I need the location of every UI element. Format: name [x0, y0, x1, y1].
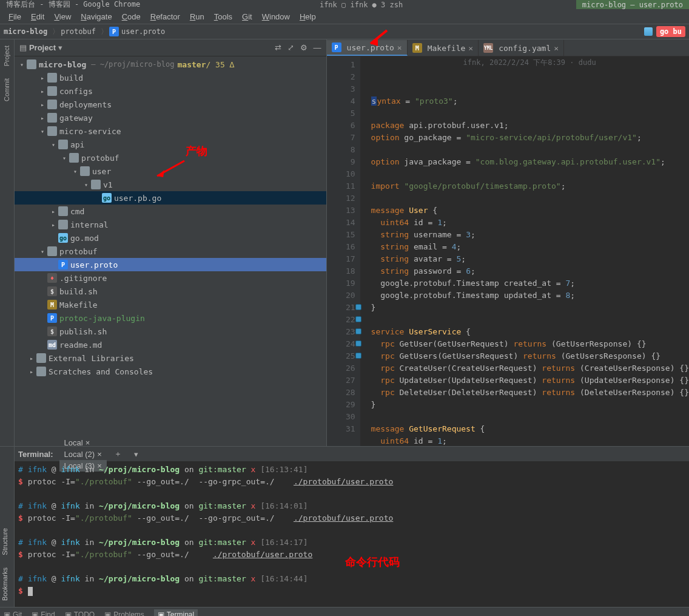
- git-icon: ▣: [4, 611, 10, 617]
- chevron-down-icon[interactable]: ▾: [58, 43, 62, 52]
- editor-tab-makefile[interactable]: MMakefile×: [408, 40, 479, 56]
- tree-item-user[interactable]: ▾user: [15, 164, 326, 178]
- tree-item-scratches-and-consoles[interactable]: ▸Scratches and Consoles: [15, 365, 326, 378]
- close-icon[interactable]: ×: [554, 44, 559, 53]
- terminal-icon: ▣: [158, 611, 164, 617]
- select-opened-file-icon[interactable]: ⇄: [275, 43, 281, 52]
- project-pane-title[interactable]: Project: [29, 43, 56, 52]
- breadcrumb-folder[interactable]: protobuf: [61, 27, 96, 36]
- toolwindow-problems-button[interactable]: ▣ Problems: [104, 611, 144, 617]
- tree-item-makefile[interactable]: MMakefile: [15, 298, 326, 311]
- gear-icon[interactable]: ⚙: [300, 43, 308, 52]
- tree-item-cmd[interactable]: ▸cmd: [15, 205, 326, 218]
- tool-project-tab[interactable]: Project: [2, 39, 12, 72]
- tree-item-micro-service[interactable]: ▾micro-service: [15, 124, 326, 138]
- terminal-tab-1[interactable]: Local (2) ×: [59, 448, 107, 460]
- file-icon: [91, 180, 101, 189]
- toolwindow-terminal-button[interactable]: ▣ Terminal: [154, 609, 198, 617]
- tree-item-user-proto[interactable]: Puser.proto: [15, 258, 326, 271]
- menu-navigate[interactable]: Navigate: [76, 11, 116, 22]
- tree-item-protobuf[interactable]: ▾protobuf: [15, 245, 326, 258]
- toolwindow-git-button[interactable]: ▣ Git: [4, 611, 22, 617]
- terminal-output[interactable]: # ifnk @ ifnk in ~/proj/micro-blog on gi…: [15, 461, 689, 607]
- close-icon[interactable]: ×: [468, 44, 473, 53]
- file-icon: M: [47, 300, 57, 310]
- titlebar-center: ifnk ▢ ifnk ● 3 zsh: [146, 0, 576, 9]
- tree-item-user-pb-go[interactable]: gouser.pb.go: [15, 191, 326, 205]
- window-titlebar: 博客后台 - 博客园 - Google Chrome ifnk ▢ ifnk ●…: [0, 0, 689, 9]
- left-tool-strip-bottom: Bookmarks Structure: [0, 447, 15, 607]
- tree-item-readme-md[interactable]: mdreadme.md: [15, 338, 326, 351]
- menu-tools[interactable]: Tools: [209, 11, 237, 22]
- file-icon: [36, 367, 46, 376]
- tree-item-publish-sh[interactable]: $publish.sh: [15, 325, 326, 338]
- hide-icon[interactable]: —: [314, 43, 321, 52]
- menu-run[interactable]: Run: [185, 11, 209, 22]
- file-icon: $: [47, 286, 57, 296]
- file-icon: $: [47, 327, 57, 336]
- editor-code-body[interactable]: ifnk, 2022/2/24 下午8:39 · dudu syntax = "…: [360, 56, 689, 446]
- terminal-tool-window: Bookmarks Structure Terminal: Local ×Loc…: [0, 446, 689, 607]
- tool-structure-tab[interactable]: Structure: [0, 522, 14, 561]
- tree-root[interactable]: ▾micro-blog – ~/proj/micro-blog master /…: [15, 58, 326, 71]
- navigation-bar: micro-blog 〉 protobuf 〉 P user.proto go …: [0, 24, 689, 39]
- chevron-right-icon: 〉: [101, 27, 108, 37]
- tool-bookmarks-tab[interactable]: Bookmarks: [0, 561, 14, 607]
- menu-help[interactable]: Help: [295, 11, 321, 22]
- terminal-tabs: Terminal: Local ×Local (2) ×Local (3) × …: [15, 447, 689, 461]
- file-icon: [69, 153, 79, 163]
- tree-item--gitignore[interactable]: ♦.gitignore: [15, 271, 326, 285]
- editor-gutter[interactable]: 1234567891011121314151617181920212223242…: [327, 56, 360, 446]
- menu-window[interactable]: Window: [257, 11, 295, 22]
- menu-code[interactable]: Code: [117, 11, 146, 22]
- toolwindow-todo-button[interactable]: ▣ TODO: [65, 611, 95, 617]
- left-tool-strip: Project Commit: [0, 39, 15, 446]
- terminal-tab-0[interactable]: Local ×: [59, 437, 107, 448]
- tree-item-api[interactable]: ▾api: [15, 138, 326, 151]
- file-icon: go: [58, 233, 68, 243]
- find-icon: ▣: [32, 611, 38, 617]
- close-icon[interactable]: ×: [397, 43, 402, 52]
- editor-tab-user-proto[interactable]: Puser.proto×: [327, 40, 408, 56]
- close-icon[interactable]: ×: [97, 450, 102, 459]
- file-icon: M: [412, 43, 422, 53]
- editor-area: Puser.proto×MMakefile×YMLconfig.yaml× 12…: [327, 39, 689, 446]
- terminal-new-tab-button[interactable]: ＋: [109, 447, 127, 461]
- file-icon: P: [58, 260, 68, 269]
- tree-item-go-mod[interactable]: gogo.mod: [15, 231, 326, 245]
- go-build-button[interactable]: go bu: [656, 26, 685, 37]
- menu-git[interactable]: Git: [237, 11, 257, 22]
- file-icon: [36, 353, 46, 363]
- file-icon: [47, 126, 57, 136]
- menu-refactor[interactable]: Refactor: [146, 11, 185, 22]
- menu-view[interactable]: View: [49, 11, 76, 22]
- menu-file[interactable]: File: [4, 11, 26, 22]
- breadcrumb-root[interactable]: micro-blog: [4, 27, 47, 36]
- tree-item-gateway[interactable]: ▸gateway: [15, 111, 326, 124]
- menu-bar: FileEditViewNavigateCodeRefactorRunTools…: [0, 9, 689, 24]
- tool-commit-tab[interactable]: Commit: [2, 72, 12, 107]
- tree-item-external-libraries[interactable]: ▸External Libraries: [15, 351, 326, 365]
- titlebar-left-tab[interactable]: 博客后台 - 博客园 - Google Chrome: [0, 0, 146, 9]
- toolwindow-find-button[interactable]: ▣ Find: [32, 611, 55, 617]
- breadcrumb-file[interactable]: user.proto: [121, 27, 165, 36]
- project-tree[interactable]: ▾micro-blog – ~/proj/micro-blog master /…: [15, 56, 326, 446]
- chevron-down-icon[interactable]: ▾: [129, 448, 143, 460]
- tree-item-protoc-java-plugin[interactable]: Pprotoc-java-plugin: [15, 311, 326, 325]
- menu-edit[interactable]: Edit: [26, 11, 49, 22]
- folder-icon: ▤: [19, 43, 27, 52]
- expand-all-icon[interactable]: ⤢: [287, 43, 294, 52]
- tree-item-v1[interactable]: ▾v1: [15, 178, 326, 191]
- tree-item-build-sh[interactable]: $build.sh: [15, 285, 326, 298]
- tree-item-configs[interactable]: ▸configs: [15, 84, 326, 98]
- close-icon[interactable]: ×: [86, 438, 90, 447]
- code-lens-author-info: ifnk, 2022/2/24 下午8:39 · dudu: [463, 56, 596, 69]
- tree-item-build[interactable]: ▸build: [15, 71, 326, 84]
- file-icon: [58, 140, 68, 149]
- tree-item-deployments[interactable]: ▸deployments: [15, 98, 326, 111]
- tree-item-internal[interactable]: ▸internal: [15, 218, 326, 231]
- titlebar-right-tab[interactable]: micro-blog – user.proto: [576, 0, 689, 9]
- tree-item-protobuf[interactable]: ▾protobuf: [15, 151, 326, 164]
- editor-tab-config-yaml[interactable]: YMLconfig.yaml×: [479, 40, 564, 56]
- proto-file-icon: P: [109, 27, 119, 36]
